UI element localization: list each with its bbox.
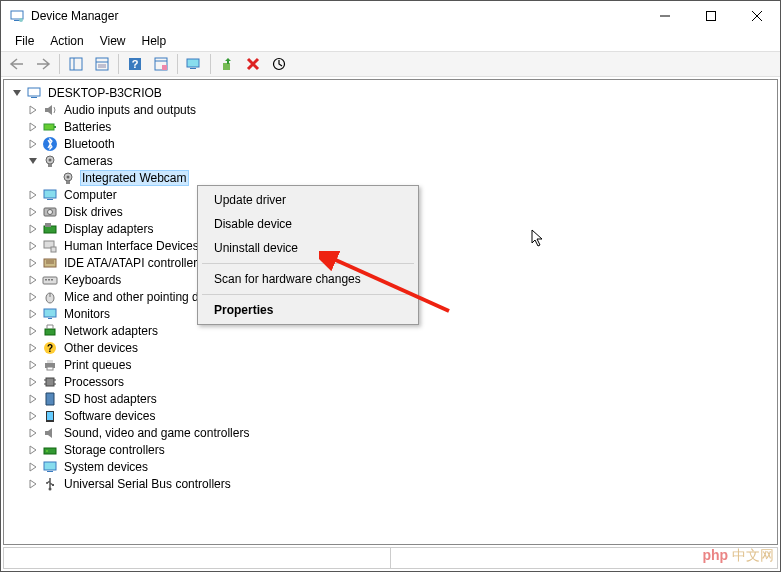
status-pane xyxy=(4,548,391,568)
expand-icon[interactable] xyxy=(26,222,40,236)
expand-icon[interactable] xyxy=(26,392,40,406)
hid-icon xyxy=(42,238,58,254)
maximize-button[interactable] xyxy=(688,1,734,31)
uninstall-button[interactable] xyxy=(241,53,265,75)
menu-bar: File Action View Help xyxy=(1,31,780,51)
expand-icon[interactable] xyxy=(26,443,40,457)
minimize-button[interactable] xyxy=(642,1,688,31)
svg-rect-51 xyxy=(48,318,52,319)
action-button[interactable] xyxy=(149,53,173,75)
help-button[interactable]: ? xyxy=(123,53,147,75)
computer-icon xyxy=(26,85,42,101)
close-button[interactable] xyxy=(734,1,780,31)
tree-node-processors[interactable]: Processors xyxy=(10,373,777,390)
disable-button[interactable] xyxy=(267,53,291,75)
menu-view[interactable]: View xyxy=(92,32,134,50)
tree-root[interactable]: DESKTOP-B3CRIOB xyxy=(10,84,777,101)
expand-icon[interactable] xyxy=(26,188,40,202)
show-hide-tree-button[interactable] xyxy=(64,53,88,75)
svg-rect-0 xyxy=(11,11,23,19)
expand-icon[interactable] xyxy=(26,137,40,151)
expand-icon[interactable] xyxy=(26,290,40,304)
svg-rect-25 xyxy=(54,126,56,128)
menu-disable-device[interactable]: Disable device xyxy=(200,212,416,236)
tree-node-software[interactable]: Software devices xyxy=(10,407,777,424)
toolbar-separator xyxy=(210,54,211,74)
tree-node-print[interactable]: Print queues xyxy=(10,356,777,373)
tree-node-usb[interactable]: Universal Serial Bus controllers xyxy=(10,475,777,492)
svg-rect-7 xyxy=(70,58,82,70)
toolbar-separator xyxy=(118,54,119,74)
monitor-icon xyxy=(42,306,58,322)
svg-rect-50 xyxy=(44,309,56,317)
tree-node-system[interactable]: System devices xyxy=(10,458,777,475)
expand-icon[interactable] xyxy=(26,358,40,372)
expand-icon[interactable] xyxy=(26,205,40,219)
expand-icon[interactable] xyxy=(26,426,40,440)
expand-icon[interactable] xyxy=(26,477,40,491)
camera-icon xyxy=(60,170,76,186)
tree-node-webcam[interactable]: Integrated Webcam xyxy=(10,169,777,186)
context-menu: Update driver Disable device Uninstall d… xyxy=(197,185,419,325)
properties-button[interactable] xyxy=(90,53,114,75)
svg-rect-56 xyxy=(47,360,53,363)
watermark: php php中文网中文网 xyxy=(702,547,774,565)
collapse-icon[interactable] xyxy=(10,86,24,100)
menu-properties[interactable]: Properties xyxy=(200,298,416,322)
software-icon xyxy=(42,408,58,424)
expand-icon[interactable] xyxy=(26,103,40,117)
svg-rect-40 xyxy=(51,247,56,252)
expand-icon[interactable] xyxy=(26,120,40,134)
expand-icon[interactable] xyxy=(26,307,40,321)
menu-help[interactable]: Help xyxy=(134,32,175,50)
svg-point-36 xyxy=(48,209,53,214)
expand-icon[interactable] xyxy=(26,324,40,338)
expand-icon[interactable] xyxy=(26,273,40,287)
audio-icon xyxy=(42,102,58,118)
collapse-icon[interactable] xyxy=(26,154,40,168)
expand-icon[interactable] xyxy=(26,341,40,355)
tree-node-batteries[interactable]: Batteries xyxy=(10,118,777,135)
back-button[interactable] xyxy=(5,53,29,75)
forward-button[interactable] xyxy=(31,53,55,75)
ide-icon xyxy=(42,255,58,271)
display-icon xyxy=(42,221,58,237)
menu-scan-hardware[interactable]: Scan for hardware changes xyxy=(200,267,416,291)
tree-root-label: DESKTOP-B3CRIOB xyxy=(46,86,164,100)
menu-update-driver[interactable]: Update driver xyxy=(200,188,416,212)
menu-file[interactable]: File xyxy=(7,32,42,50)
expand-icon[interactable] xyxy=(26,239,40,253)
svg-rect-19 xyxy=(190,68,196,69)
svg-rect-17 xyxy=(162,65,167,70)
svg-rect-67 xyxy=(44,462,56,470)
svg-point-31 xyxy=(67,175,70,178)
update-driver-button[interactable] xyxy=(215,53,239,75)
expand-icon[interactable] xyxy=(26,256,40,270)
scan-hardware-button[interactable] xyxy=(182,53,206,75)
tree-node-bluetooth[interactable]: Bluetooth xyxy=(10,135,777,152)
tree-node-cameras[interactable]: Cameras xyxy=(10,152,777,169)
window-controls xyxy=(642,1,780,31)
svg-point-28 xyxy=(49,158,52,161)
tree-node-storage[interactable]: Storage controllers xyxy=(10,441,777,458)
tree-node-audio[interactable]: Audio inputs and outputs xyxy=(10,101,777,118)
other-icon: ? xyxy=(42,340,58,356)
svg-rect-29 xyxy=(48,164,52,167)
mouse-icon xyxy=(42,289,58,305)
expand-icon[interactable] xyxy=(26,409,40,423)
network-icon xyxy=(42,323,58,339)
title-bar: Device Manager xyxy=(1,1,780,31)
tree-node-sdhost[interactable]: SD host adapters xyxy=(10,390,777,407)
svg-rect-38 xyxy=(45,223,51,227)
tree-node-other[interactable]: ? Other devices xyxy=(10,339,777,356)
menu-separator xyxy=(202,294,414,295)
expand-icon[interactable] xyxy=(26,375,40,389)
tree-node-sound[interactable]: Sound, video and game controllers xyxy=(10,424,777,441)
svg-rect-46 xyxy=(48,279,50,281)
menu-action[interactable]: Action xyxy=(42,32,91,50)
expand-icon[interactable] xyxy=(26,460,40,474)
menu-uninstall-device[interactable]: Uninstall device xyxy=(200,236,416,260)
svg-rect-71 xyxy=(52,484,54,486)
storage-icon xyxy=(42,442,58,458)
window-title: Device Manager xyxy=(31,9,642,23)
